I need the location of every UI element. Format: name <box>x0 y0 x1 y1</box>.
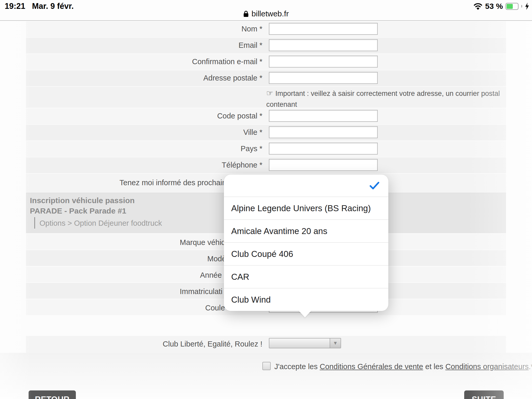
newsletter-label: Tenez moi informé des prochains <box>119 178 230 187</box>
section-option-bar <box>34 217 35 229</box>
code-postal-input[interactable] <box>269 110 378 122</box>
popover-option-label: CAR <box>231 272 249 282</box>
wifi-icon <box>473 3 483 10</box>
field-label-email: Email * <box>238 41 262 50</box>
field-label-immatriculation: Immatriculati <box>180 287 222 296</box>
field-label-marque: Marque véhicu <box>180 238 229 247</box>
terms-link-cgv[interactable]: Conditions Générales de vente <box>320 362 423 371</box>
address-note-line1: Important : veillez à saisir correctemen… <box>266 90 500 108</box>
pays-input[interactable] <box>269 143 378 155</box>
popover-option-avantime[interactable]: Amicale Avantime 20 ans <box>224 220 388 243</box>
popover-option-label: Amicale Avantime 20 ans <box>231 226 327 236</box>
nom-input[interactable] <box>269 23 378 35</box>
popover-arrow <box>298 310 311 317</box>
field-label-modele: Modè <box>207 255 226 263</box>
footer-zone: J'accepte les Conditions Générales de ve… <box>0 353 532 399</box>
url-text: billetweb.fr <box>251 9 289 18</box>
suite-button[interactable]: SUITE <box>464 390 504 399</box>
form-row-ville: Ville * <box>26 124 506 141</box>
select-popover: Alpine Legende Univers (BS Racing) Amica… <box>224 175 388 311</box>
club-select[interactable]: ▼ <box>269 338 341 348</box>
status-right: 53 % <box>473 1 529 11</box>
form-row-code-postal: Code postal * <box>26 108 506 124</box>
field-label-nom: Nom * <box>241 25 262 33</box>
section-option-line: Options > Option Déjeuner foodtruck <box>39 219 162 228</box>
select-arrow-button[interactable]: ▼ <box>330 338 341 348</box>
terms-text: J'accepte les Conditions Générales de ve… <box>274 362 532 371</box>
popover-option-coupe406[interactable]: Club Coupé 406 <box>224 242 388 265</box>
form-row-club: Club Liberté, Egalité, Roulez ! ▼ <box>26 335 506 353</box>
telephone-input[interactable] <box>269 159 378 171</box>
ville-input[interactable] <box>269 126 378 138</box>
field-label-adresse: Adresse postale * <box>203 74 262 82</box>
form-row-confirmation-email: Confirmation e-mail * <box>26 54 506 70</box>
form-row-adresse: Adresse postale * <box>26 70 506 86</box>
safari-top-bar: 19:21Mar. 9 févr. billetweb.fr 53 % <box>0 0 532 21</box>
terms-row: J'accepte les Conditions Générales de ve… <box>0 359 532 372</box>
address-bar[interactable]: billetweb.fr <box>0 8 532 20</box>
popover-option-label: Alpine Legende Univers (BS Racing) <box>231 203 371 213</box>
popover-option-label: Club Coupé 406 <box>231 249 293 259</box>
ipad-screen: 19:21Mar. 9 févr. billetweb.fr 53 % <box>0 0 532 399</box>
field-label-ville: Ville * <box>243 128 262 137</box>
popover-option-label: Club Wind <box>231 295 271 305</box>
form-row-nom: Nom * <box>26 21 506 37</box>
section-title: Inscription véhicule passion <box>30 196 135 205</box>
confirmation-email-input[interactable] <box>269 56 378 68</box>
battery-tip <box>521 5 522 8</box>
field-label-pays: Pays * <box>241 144 262 153</box>
form-row-telephone: Téléphone * <box>26 157 506 173</box>
popover-option-clubwind[interactable]: Club Wind <box>224 288 388 311</box>
charging-bolt-icon <box>525 2 529 10</box>
battery-percent: 53 % <box>485 2 503 11</box>
popover-option-car[interactable]: CAR <box>224 265 388 288</box>
terms-checkbox[interactable] <box>262 362 271 370</box>
email-input[interactable] <box>269 39 378 51</box>
terms-prefix: J'accepte les <box>274 362 320 371</box>
terms-suffix: .* <box>529 362 532 371</box>
pointing-hand-icon: ☞ <box>266 89 273 97</box>
chevron-down-icon: ▼ <box>333 340 338 346</box>
field-label-telephone: Téléphone * <box>222 161 262 169</box>
checkmark-icon <box>370 182 380 190</box>
field-label-annee: Année <box>200 271 222 280</box>
popover-option-empty[interactable] <box>224 175 388 197</box>
address-note-row: ☞Important : veillez à saisir correcteme… <box>26 86 506 108</box>
field-label-couleur: Coule <box>205 304 225 312</box>
adresse-input[interactable] <box>269 72 378 84</box>
form-row-pays: Pays * <box>26 141 506 157</box>
field-label-confirmation-email: Confirmation e-mail * <box>192 57 262 66</box>
field-label-code-postal: Code postal * <box>217 112 262 120</box>
retour-button[interactable]: RETOUR <box>29 390 76 399</box>
form-row-email: Email * <box>26 37 506 54</box>
terms-middle: et les <box>423 362 445 371</box>
lock-icon <box>243 10 249 17</box>
field-label-club: Club Liberté, Egalité, Roulez ! <box>163 340 262 348</box>
battery-icon <box>506 3 518 10</box>
section-subtitle: PARADE - Pack Parade #1 <box>30 207 126 215</box>
popover-option-alpine[interactable]: Alpine Legende Univers (BS Racing) <box>224 197 388 220</box>
terms-link-organisateurs[interactable]: Conditions organisateurs <box>445 362 529 371</box>
